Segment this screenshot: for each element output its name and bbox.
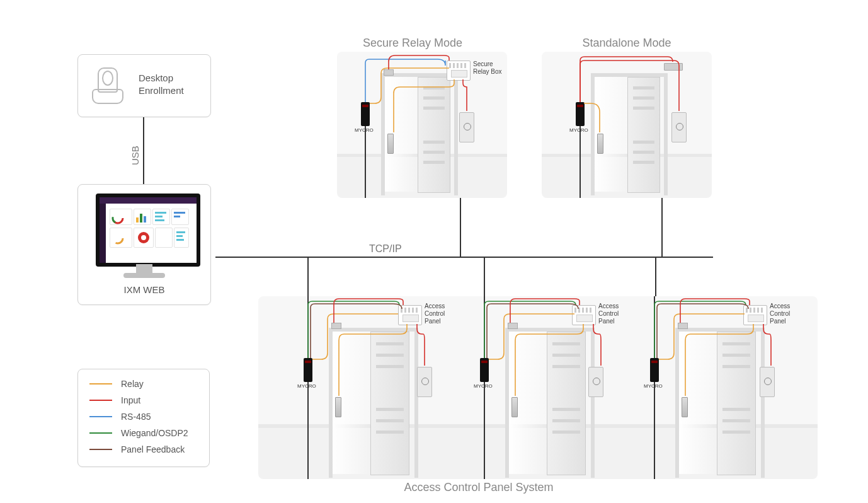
svg-point-4 — [141, 235, 146, 240]
legend-card: RelayInputRS-485Wiegand/OSDP2Panel Feedb… — [77, 369, 210, 467]
secure-relay-box — [447, 61, 471, 81]
mycro-label: MYCRO — [297, 383, 316, 389]
door-sensor — [508, 323, 518, 329]
mycro-label: MYCRO — [355, 127, 374, 133]
door — [627, 77, 660, 193]
enrollment-label-2: Enrollment — [139, 85, 184, 96]
tcpip-label: TCP/IP — [369, 243, 402, 255]
exit-button — [417, 367, 432, 397]
acp-label-2: Control — [598, 310, 619, 317]
usb-label: USB — [130, 146, 140, 165]
diagram-root: TCP/IP USB Desktop Enrollment — [0, 0, 868, 503]
mycro-device — [480, 358, 489, 382]
legend-swatch — [89, 400, 112, 401]
legend-label: RS-485 — [121, 412, 151, 422]
legend-label: Relay — [121, 379, 144, 389]
legend-item: Input — [89, 392, 198, 408]
acp-label-1: Access — [598, 303, 619, 309]
door — [547, 332, 586, 475]
mycro-device — [304, 358, 312, 382]
legend-swatch — [89, 432, 112, 434]
tcpip-stub-acp3 — [655, 257, 656, 298]
enrollment-card: Desktop Enrollment — [77, 54, 211, 117]
scene-acp: MYCRO Access Control Panel MYCRO Access … — [258, 296, 818, 479]
scene-secure: MYCRO Secure Relay Box — [337, 52, 507, 198]
usb-line — [143, 116, 144, 184]
legend-label: Input — [121, 395, 140, 405]
scene-standalone: MYCRO — [542, 52, 712, 198]
mycro-label: MYCRO — [474, 383, 493, 389]
acp-label-1: Access — [770, 303, 790, 309]
title-acp: Access Control Panel System — [353, 481, 605, 494]
legend-label: Panel Feedback — [121, 444, 185, 454]
mycro-device — [361, 102, 370, 126]
legend-swatch — [89, 416, 112, 417]
legend-item: Panel Feedback — [89, 441, 198, 458]
door-sensor — [384, 69, 394, 76]
legend-item: RS-485 — [89, 408, 198, 425]
legend-item: Wiegand/OSDP2 — [89, 425, 198, 441]
legend-swatch — [89, 449, 112, 450]
acp-label-3: Panel — [425, 318, 441, 325]
acp-label-3: Panel — [598, 318, 615, 325]
door — [370, 332, 409, 475]
mycro-label: MYCRO — [644, 383, 663, 389]
tcpip-stub-acp1 — [307, 257, 309, 298]
fingerprint-oval-icon — [102, 71, 113, 86]
access-control-panel — [398, 305, 422, 325]
ixmweb-label: IXM WEB — [78, 284, 210, 295]
mycro-device — [650, 358, 659, 382]
door-sensor — [331, 323, 341, 329]
tcpip-bus — [215, 257, 713, 258]
door — [717, 332, 756, 475]
tcpip-stub-secure — [460, 198, 461, 258]
legend-label: Wiegand/OSDP2 — [121, 428, 188, 438]
access-control-panel — [572, 305, 596, 325]
door-sensor — [664, 63, 683, 71]
monitor-icon — [96, 194, 193, 282]
door-sensor — [678, 323, 688, 329]
svg-point-2 — [113, 233, 123, 243]
door — [418, 77, 450, 193]
relaybox-label-1: Secure — [473, 61, 493, 67]
mycro-label: MYCRO — [569, 127, 588, 133]
exit-button — [588, 367, 603, 397]
door-strike — [511, 397, 518, 417]
mycro-device — [576, 102, 585, 126]
acp-label-2: Control — [425, 310, 445, 317]
access-control-panel — [743, 305, 767, 325]
acp-label-1: Access — [425, 303, 445, 309]
exit-button — [760, 367, 775, 397]
door-strike — [387, 134, 394, 154]
tcpip-stub-acp2 — [484, 257, 485, 298]
title-standalone: Standalone Mode — [542, 37, 712, 50]
relaybox-label-2: Relay Box — [473, 68, 502, 75]
ixmweb-card: IXM WEB — [77, 184, 211, 305]
exit-button — [671, 112, 687, 142]
door-strike — [682, 397, 688, 417]
door-strike — [335, 397, 341, 417]
legend-item: Relay — [89, 376, 198, 392]
exit-button — [459, 112, 474, 142]
tcpip-stub-standalone — [661, 198, 663, 258]
acp-label-2: Control — [770, 310, 790, 317]
title-secure: Secure Relay Mode — [324, 37, 501, 50]
legend-swatch — [89, 383, 112, 384]
enrollment-label-1: Desktop — [139, 72, 173, 83]
acp-label-3: Panel — [770, 318, 786, 325]
door-strike — [597, 134, 603, 154]
